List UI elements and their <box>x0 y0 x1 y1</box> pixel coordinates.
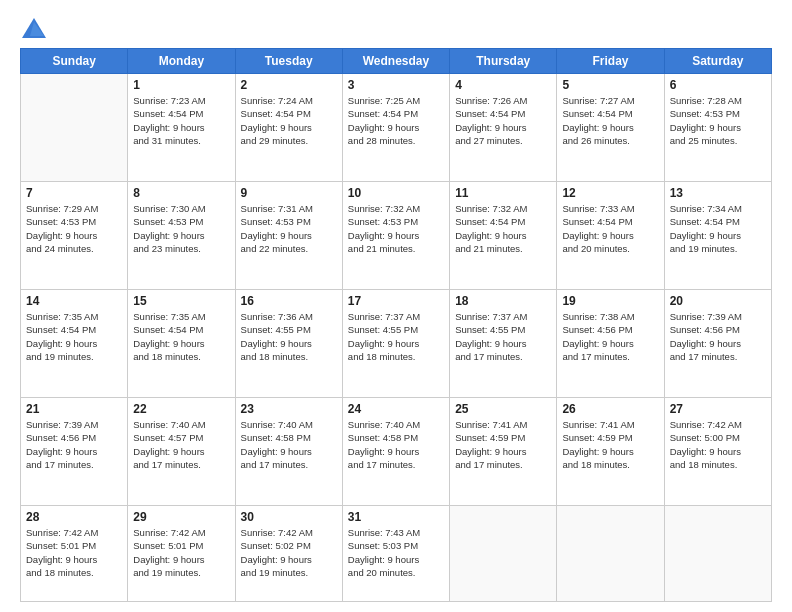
day-number: 14 <box>26 294 122 308</box>
calendar-day-header: Monday <box>128 49 235 74</box>
calendar-cell: 24Sunrise: 7:40 AM Sunset: 4:58 PM Dayli… <box>342 398 449 506</box>
page: SundayMondayTuesdayWednesdayThursdayFrid… <box>0 0 792 612</box>
day-info: Sunrise: 7:32 AM Sunset: 4:54 PM Dayligh… <box>455 202 551 255</box>
day-number: 11 <box>455 186 551 200</box>
calendar-cell: 10Sunrise: 7:32 AM Sunset: 4:53 PM Dayli… <box>342 182 449 290</box>
day-number: 15 <box>133 294 229 308</box>
day-number: 19 <box>562 294 658 308</box>
calendar-cell: 9Sunrise: 7:31 AM Sunset: 4:53 PM Daylig… <box>235 182 342 290</box>
day-number: 23 <box>241 402 337 416</box>
calendar-cell <box>557 506 664 602</box>
day-info: Sunrise: 7:34 AM Sunset: 4:54 PM Dayligh… <box>670 202 766 255</box>
calendar-cell: 3Sunrise: 7:25 AM Sunset: 4:54 PM Daylig… <box>342 74 449 182</box>
calendar-cell: 6Sunrise: 7:28 AM Sunset: 4:53 PM Daylig… <box>664 74 771 182</box>
day-info: Sunrise: 7:38 AM Sunset: 4:56 PM Dayligh… <box>562 310 658 363</box>
day-number: 12 <box>562 186 658 200</box>
calendar-cell: 26Sunrise: 7:41 AM Sunset: 4:59 PM Dayli… <box>557 398 664 506</box>
day-number: 26 <box>562 402 658 416</box>
day-number: 21 <box>26 402 122 416</box>
calendar-header-row: SundayMondayTuesdayWednesdayThursdayFrid… <box>21 49 772 74</box>
day-number: 29 <box>133 510 229 524</box>
day-info: Sunrise: 7:43 AM Sunset: 5:03 PM Dayligh… <box>348 526 444 579</box>
day-info: Sunrise: 7:42 AM Sunset: 5:01 PM Dayligh… <box>133 526 229 579</box>
day-number: 3 <box>348 78 444 92</box>
calendar-cell <box>21 74 128 182</box>
calendar-cell: 25Sunrise: 7:41 AM Sunset: 4:59 PM Dayli… <box>450 398 557 506</box>
day-info: Sunrise: 7:42 AM Sunset: 5:01 PM Dayligh… <box>26 526 122 579</box>
day-number: 13 <box>670 186 766 200</box>
calendar-cell: 5Sunrise: 7:27 AM Sunset: 4:54 PM Daylig… <box>557 74 664 182</box>
calendar-cell: 30Sunrise: 7:42 AM Sunset: 5:02 PM Dayli… <box>235 506 342 602</box>
day-info: Sunrise: 7:37 AM Sunset: 4:55 PM Dayligh… <box>455 310 551 363</box>
day-info: Sunrise: 7:31 AM Sunset: 4:53 PM Dayligh… <box>241 202 337 255</box>
calendar-cell: 2Sunrise: 7:24 AM Sunset: 4:54 PM Daylig… <box>235 74 342 182</box>
calendar-cell: 23Sunrise: 7:40 AM Sunset: 4:58 PM Dayli… <box>235 398 342 506</box>
calendar-week-row: 1Sunrise: 7:23 AM Sunset: 4:54 PM Daylig… <box>21 74 772 182</box>
calendar-day-header: Wednesday <box>342 49 449 74</box>
day-number: 25 <box>455 402 551 416</box>
calendar-cell: 27Sunrise: 7:42 AM Sunset: 5:00 PM Dayli… <box>664 398 771 506</box>
day-info: Sunrise: 7:28 AM Sunset: 4:53 PM Dayligh… <box>670 94 766 147</box>
calendar-week-row: 14Sunrise: 7:35 AM Sunset: 4:54 PM Dayli… <box>21 290 772 398</box>
day-info: Sunrise: 7:42 AM Sunset: 5:00 PM Dayligh… <box>670 418 766 471</box>
calendar-cell: 20Sunrise: 7:39 AM Sunset: 4:56 PM Dayli… <box>664 290 771 398</box>
calendar-cell: 19Sunrise: 7:38 AM Sunset: 4:56 PM Dayli… <box>557 290 664 398</box>
calendar-day-header: Saturday <box>664 49 771 74</box>
calendar-cell: 17Sunrise: 7:37 AM Sunset: 4:55 PM Dayli… <box>342 290 449 398</box>
day-info: Sunrise: 7:37 AM Sunset: 4:55 PM Dayligh… <box>348 310 444 363</box>
day-info: Sunrise: 7:29 AM Sunset: 4:53 PM Dayligh… <box>26 202 122 255</box>
calendar-cell: 7Sunrise: 7:29 AM Sunset: 4:53 PM Daylig… <box>21 182 128 290</box>
calendar-cell: 11Sunrise: 7:32 AM Sunset: 4:54 PM Dayli… <box>450 182 557 290</box>
day-number: 31 <box>348 510 444 524</box>
calendar-cell: 21Sunrise: 7:39 AM Sunset: 4:56 PM Dayli… <box>21 398 128 506</box>
calendar-cell: 29Sunrise: 7:42 AM Sunset: 5:01 PM Dayli… <box>128 506 235 602</box>
calendar-cell <box>450 506 557 602</box>
calendar-cell: 31Sunrise: 7:43 AM Sunset: 5:03 PM Dayli… <box>342 506 449 602</box>
calendar-cell: 1Sunrise: 7:23 AM Sunset: 4:54 PM Daylig… <box>128 74 235 182</box>
calendar-cell: 8Sunrise: 7:30 AM Sunset: 4:53 PM Daylig… <box>128 182 235 290</box>
day-number: 16 <box>241 294 337 308</box>
day-info: Sunrise: 7:36 AM Sunset: 4:55 PM Dayligh… <box>241 310 337 363</box>
calendar-week-row: 7Sunrise: 7:29 AM Sunset: 4:53 PM Daylig… <box>21 182 772 290</box>
day-number: 7 <box>26 186 122 200</box>
day-number: 5 <box>562 78 658 92</box>
day-info: Sunrise: 7:33 AM Sunset: 4:54 PM Dayligh… <box>562 202 658 255</box>
day-info: Sunrise: 7:30 AM Sunset: 4:53 PM Dayligh… <box>133 202 229 255</box>
header <box>20 16 772 44</box>
day-info: Sunrise: 7:41 AM Sunset: 4:59 PM Dayligh… <box>455 418 551 471</box>
calendar-cell: 22Sunrise: 7:40 AM Sunset: 4:57 PM Dayli… <box>128 398 235 506</box>
day-info: Sunrise: 7:27 AM Sunset: 4:54 PM Dayligh… <box>562 94 658 147</box>
day-info: Sunrise: 7:25 AM Sunset: 4:54 PM Dayligh… <box>348 94 444 147</box>
logo-icon <box>20 16 48 44</box>
day-info: Sunrise: 7:40 AM Sunset: 4:57 PM Dayligh… <box>133 418 229 471</box>
day-info: Sunrise: 7:26 AM Sunset: 4:54 PM Dayligh… <box>455 94 551 147</box>
day-number: 6 <box>670 78 766 92</box>
day-number: 30 <box>241 510 337 524</box>
day-number: 24 <box>348 402 444 416</box>
calendar-cell: 15Sunrise: 7:35 AM Sunset: 4:54 PM Dayli… <box>128 290 235 398</box>
day-number: 1 <box>133 78 229 92</box>
calendar-cell: 4Sunrise: 7:26 AM Sunset: 4:54 PM Daylig… <box>450 74 557 182</box>
logo <box>20 16 52 44</box>
day-number: 20 <box>670 294 766 308</box>
day-info: Sunrise: 7:35 AM Sunset: 4:54 PM Dayligh… <box>26 310 122 363</box>
day-info: Sunrise: 7:42 AM Sunset: 5:02 PM Dayligh… <box>241 526 337 579</box>
calendar-cell: 16Sunrise: 7:36 AM Sunset: 4:55 PM Dayli… <box>235 290 342 398</box>
calendar-week-row: 28Sunrise: 7:42 AM Sunset: 5:01 PM Dayli… <box>21 506 772 602</box>
calendar-day-header: Thursday <box>450 49 557 74</box>
calendar-week-row: 21Sunrise: 7:39 AM Sunset: 4:56 PM Dayli… <box>21 398 772 506</box>
day-number: 17 <box>348 294 444 308</box>
calendar-cell <box>664 506 771 602</box>
calendar-cell: 28Sunrise: 7:42 AM Sunset: 5:01 PM Dayli… <box>21 506 128 602</box>
day-number: 27 <box>670 402 766 416</box>
calendar-table: SundayMondayTuesdayWednesdayThursdayFrid… <box>20 48 772 602</box>
day-info: Sunrise: 7:40 AM Sunset: 4:58 PM Dayligh… <box>348 418 444 471</box>
day-number: 2 <box>241 78 337 92</box>
day-info: Sunrise: 7:39 AM Sunset: 4:56 PM Dayligh… <box>670 310 766 363</box>
day-info: Sunrise: 7:32 AM Sunset: 4:53 PM Dayligh… <box>348 202 444 255</box>
calendar-cell: 14Sunrise: 7:35 AM Sunset: 4:54 PM Dayli… <box>21 290 128 398</box>
day-info: Sunrise: 7:35 AM Sunset: 4:54 PM Dayligh… <box>133 310 229 363</box>
day-number: 8 <box>133 186 229 200</box>
day-number: 22 <box>133 402 229 416</box>
day-info: Sunrise: 7:24 AM Sunset: 4:54 PM Dayligh… <box>241 94 337 147</box>
